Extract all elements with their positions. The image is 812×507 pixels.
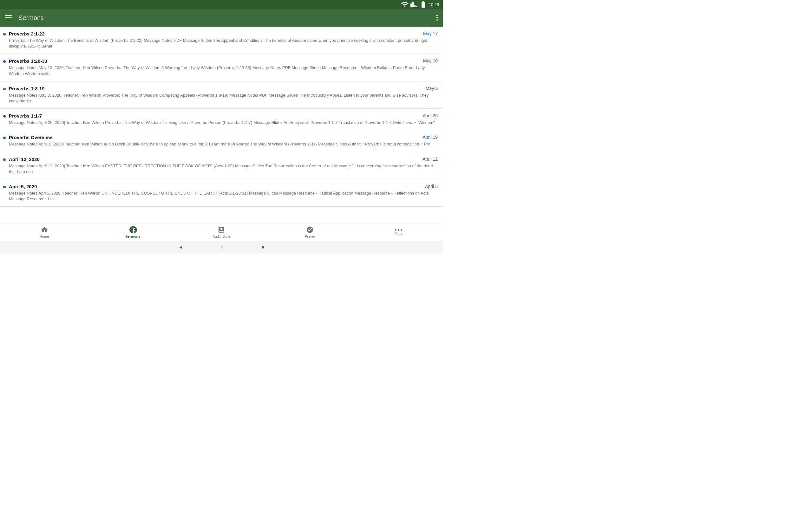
bottom-nav: Home Sermons Audio Bible Prayer More <box>0 223 443 241</box>
sermon-title: Proverbs 2:1-22 <box>9 31 45 37</box>
sermon-title: April 12, 2020 <box>9 157 40 162</box>
sermon-header: Proverbs 2:1-22May 17 <box>9 31 438 37</box>
sermon-title: Proverbs 1:1-7 <box>9 113 42 118</box>
audiobible-icon <box>217 226 225 233</box>
unread-dot <box>3 158 6 161</box>
sermon-item[interactable]: April 12, 2020April 12Message Notes Apri… <box>0 152 443 179</box>
recent-button[interactable]: ■ <box>262 245 264 250</box>
unread-dot <box>3 88 6 90</box>
sermon-title: April 5, 2020 <box>9 184 37 189</box>
sermon-date: May 10 <box>423 58 438 63</box>
sermon-date: April 19 <box>423 135 438 140</box>
sermon-date: April 5 <box>425 184 438 189</box>
nav-label-audiobible: Audio Bible <box>212 234 230 238</box>
sermons-icon <box>129 226 137 233</box>
nav-item-sermons[interactable]: Sermons <box>89 224 177 240</box>
sermon-header: April 5, 2020April 5 <box>9 184 438 189</box>
sermon-header: Proverbs 1:8-19May 3 <box>9 86 438 91</box>
more-dots-icon <box>395 229 402 231</box>
nav-label-more: More <box>395 232 403 235</box>
sermon-date: April 12 <box>423 157 438 162</box>
home-button[interactable]: ○ <box>221 245 223 250</box>
sermon-item[interactable]: Proverbs OverviewApril 19Message Notes A… <box>0 130 443 152</box>
sermon-title: Proverbs Overview <box>9 135 52 140</box>
battery-icon <box>419 1 427 8</box>
back-button[interactable]: ◄ <box>179 245 183 250</box>
app-bar: Sermons <box>0 9 443 26</box>
sermon-date: May 3 <box>426 86 438 91</box>
status-icons: 10:26 <box>401 1 439 8</box>
sermon-preview: Message Notes April5, 2020| Teacher: Ken… <box>9 190 438 202</box>
unread-dot <box>3 136 6 139</box>
sermon-list: Proverbs 2:1-22May 17Proverbs: The Way o… <box>0 26 443 223</box>
sermon-date: May 17 <box>423 31 438 36</box>
sermon-title: Proverbs 1:8-19 <box>9 86 45 91</box>
nav-item-prayer[interactable]: Prayer <box>266 224 354 240</box>
sermon-header: April 12, 2020April 12 <box>9 157 438 162</box>
unread-dot <box>3 33 6 36</box>
unread-dot <box>3 186 6 188</box>
sermon-item[interactable]: April 5, 2020April 5Message Notes April5… <box>0 179 443 207</box>
home-icon <box>41 226 48 233</box>
sermon-title: Proverbs 1:20-33 <box>9 58 47 64</box>
nav-label-home: Home <box>40 234 49 238</box>
sermon-preview: Message Notes May 3, 2020| Teacher: Ken … <box>9 93 438 104</box>
sermon-preview: Message Notes April 26, 2020| Teacher: K… <box>9 120 438 125</box>
sermon-header: Proverbs 1:1-7April 26 <box>9 113 438 118</box>
prayer-icon <box>306 226 314 233</box>
sermon-header: Proverbs 1:20-33May 10 <box>9 58 438 64</box>
nav-label-sermons: Sermons <box>125 234 140 238</box>
app-bar-left: Sermons <box>5 14 44 21</box>
clock: 10:26 <box>428 2 439 7</box>
sermon-preview: Message Notes May 10, 2020| Teacher: Ken… <box>9 65 438 76</box>
nav-item-audiobible[interactable]: Audio Bible <box>177 224 265 240</box>
sermon-date: April 26 <box>423 113 438 118</box>
app-bar-title: Sermons <box>18 14 44 21</box>
sermon-item[interactable]: Proverbs 1:20-33May 10Message Notes May … <box>0 54 443 81</box>
sermon-header: Proverbs OverviewApril 19 <box>9 135 438 140</box>
unread-dot <box>3 60 6 63</box>
wifi-icon <box>401 1 409 8</box>
sermon-item[interactable]: Proverbs 2:1-22May 17Proverbs: The Way o… <box>0 26 443 54</box>
sermon-preview: Proverbs: The Way of Wisdom The Benefits… <box>9 38 438 49</box>
hamburger-menu[interactable] <box>5 15 12 20</box>
sermon-item[interactable]: Proverbs 1:1-7April 26Message Notes Apri… <box>0 109 443 130</box>
nav-item-more[interactable]: More <box>354 227 443 237</box>
status-bar: 10:26 <box>0 0 443 9</box>
sermon-preview: Message Notes April 12, 2020| Teacher: K… <box>9 163 438 175</box>
sermon-preview: Message Notes April19, 2020| Teacher: Ke… <box>9 141 438 147</box>
nav-label-prayer: Prayer <box>305 234 315 238</box>
signal-icon <box>410 1 418 8</box>
unread-dot <box>3 115 6 118</box>
nav-item-home[interactable]: Home <box>0 224 89 240</box>
more-options-button[interactable] <box>437 15 438 20</box>
sermon-item[interactable]: Proverbs 1:8-19May 3Message Notes May 3,… <box>0 81 443 109</box>
system-nav: ◄ ○ ■ <box>0 241 443 253</box>
